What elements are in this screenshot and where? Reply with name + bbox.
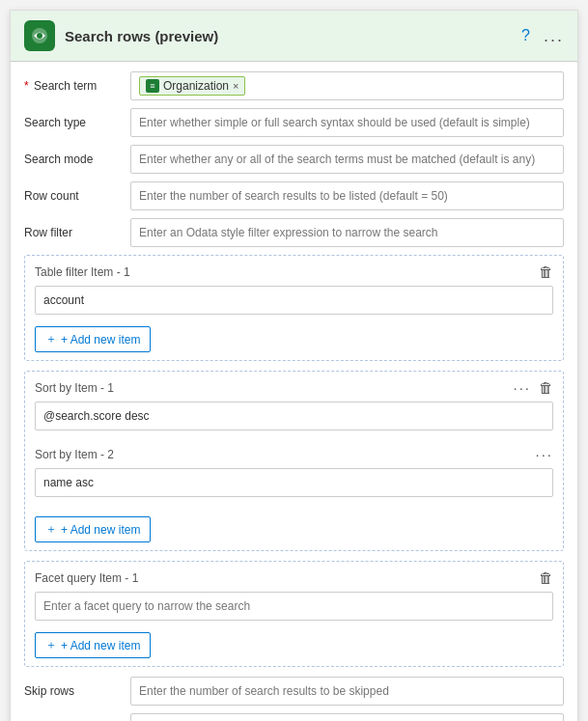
sort-item-1-input[interactable] [35, 402, 553, 430]
skip-rows-label: Skip rows [24, 684, 130, 698]
sort-item-2-input[interactable] [35, 468, 553, 497]
search-mode-label: Search mode [24, 153, 130, 166]
row-count-row: Row count [24, 181, 564, 210]
return-row-count-select[interactable]: Choose an option true false [130, 713, 564, 721]
table-filter-header: Table filter Item - 1 🗑 [35, 263, 553, 280]
row-count-label: Row count [24, 189, 130, 203]
tag-close-btn[interactable]: × [233, 80, 238, 92]
add-icon: ＋ [45, 521, 57, 538]
tag-icon: ≡ [146, 79, 159, 93]
sort-item-1-more-icon[interactable]: ··· [513, 379, 531, 396]
return-row-count-row: Return row count Choose an option true f… [24, 713, 564, 721]
more-menu-icon[interactable]: ... [544, 26, 564, 46]
search-mode-input[interactable] [130, 145, 564, 174]
panel-header: Search rows (preview) ? ... [11, 11, 577, 62]
app-logo [24, 20, 55, 51]
add-icon: ＋ [45, 331, 57, 347]
facet-query-actions: 🗑 [539, 569, 553, 586]
table-filter-label: Table filter Item - 1 [35, 265, 130, 279]
panel-title: Search rows (preview) [65, 28, 218, 44]
header-right: ? ... [521, 26, 564, 46]
facet-query-section: Facet query Item - 1 🗑 ＋ + Add new item [24, 561, 564, 667]
table-filter-add-btn[interactable]: ＋ + Add new item [35, 326, 151, 352]
sort-item-2-header: Sort by Item - 2 ··· [35, 446, 553, 462]
search-term-row: * Search term ≡ Organization × [24, 71, 564, 100]
skip-rows-input[interactable] [130, 677, 564, 706]
facet-add-btn[interactable]: ＋ + Add new item [35, 632, 151, 658]
sort-item-2-row: Sort by Item - 2 ··· [35, 446, 553, 505]
sort-by-section: Sort by Item - 1 ··· 🗑 Sort by Item - 2 … [24, 371, 564, 551]
table-filter-delete-btn[interactable]: 🗑 [539, 263, 553, 280]
table-filter-actions: 🗑 [539, 263, 553, 280]
sort-item-1-delete-btn[interactable]: 🗑 [539, 379, 553, 396]
add-icon: ＋ [45, 637, 57, 653]
row-count-input[interactable] [130, 181, 564, 210]
skip-rows-row: Skip rows [24, 677, 564, 706]
panel-body: * Search term ≡ Organization × Search ty… [11, 62, 577, 721]
table-filter-input[interactable] [35, 286, 553, 315]
facet-query-input[interactable] [35, 592, 553, 621]
search-type-input[interactable] [130, 108, 564, 137]
row-filter-label: Row filter [24, 226, 130, 239]
add-label: + Add new item [61, 333, 140, 347]
search-term-input[interactable]: ≡ Organization × [130, 71, 564, 100]
sort-item-1-actions: ··· 🗑 [513, 379, 553, 396]
facet-query-label: Facet query Item - 1 [35, 571, 138, 585]
delete-icon: 🗑 [539, 379, 553, 396]
delete-icon: 🗑 [539, 569, 553, 586]
sort-item-1-header: Sort by Item - 1 ··· 🗑 [35, 379, 553, 396]
search-type-row: Search type [24, 108, 564, 137]
sort-item-2-more-icon[interactable]: ··· [535, 446, 553, 462]
main-panel: Search rows (preview) ? ... * Search ter… [10, 10, 578, 721]
organization-tag: ≡ Organization × [139, 76, 245, 96]
sort-add-btn[interactable]: ＋ + Add new item [35, 516, 151, 542]
sort-item-2-label: Sort by Item - 2 [35, 448, 114, 461]
search-mode-row: Search mode [24, 145, 564, 174]
delete-icon: 🗑 [539, 263, 553, 280]
sort-item-1-row: Sort by Item - 1 ··· 🗑 [35, 379, 553, 438]
add-label: + Add new item [61, 639, 140, 652]
return-row-count-select-wrapper: Choose an option true false ⌄ [130, 713, 564, 721]
sort-item-1-label: Sort by Item - 1 [35, 381, 114, 395]
table-filter-section: Table filter Item - 1 🗑 ＋ + Add new item [24, 255, 564, 361]
row-filter-input[interactable] [130, 218, 564, 247]
add-label: + Add new item [61, 523, 140, 537]
svg-point-1 [37, 33, 42, 39]
search-term-label: * Search term [24, 79, 130, 93]
tag-text: Organization [163, 79, 229, 93]
row-filter-row: Row filter [24, 218, 564, 247]
header-left: Search rows (preview) [24, 20, 218, 51]
facet-query-delete-btn[interactable]: 🗑 [539, 569, 553, 586]
search-type-label: Search type [24, 116, 130, 129]
required-star: * [24, 79, 29, 93]
help-icon[interactable]: ? [521, 27, 530, 44]
sort-item-2-actions: ··· [535, 446, 553, 462]
facet-query-header: Facet query Item - 1 🗑 [35, 569, 553, 586]
